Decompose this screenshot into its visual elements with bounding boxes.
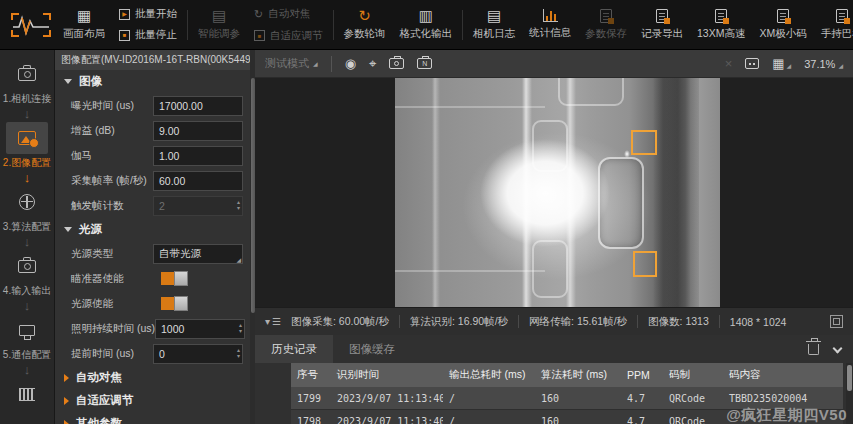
emboss-line: [395, 106, 545, 108]
auto-focus-button: ↻ 自动对焦: [254, 7, 323, 22]
spinner-icons: ▴▾: [237, 345, 240, 363]
trigger-count-input: 2 ▴▾: [153, 196, 243, 216]
step-arrow-icon: ↓: [24, 298, 31, 314]
section-light[interactable]: 光源: [55, 218, 250, 241]
framerate-input[interactable]: 60.00: [153, 171, 243, 191]
stats-chart-icon: [543, 9, 558, 22]
spinner-icons: ▴▾: [239, 320, 242, 338]
camera-log-icon: ▤: [487, 8, 501, 23]
tab-history[interactable]: 历史记录: [255, 335, 333, 363]
batch-stop-button[interactable]: ■ 批量停止: [119, 28, 177, 42]
step-arrow-icon: ↓: [24, 106, 31, 122]
gain-input[interactable]: 9.00: [153, 121, 243, 141]
watermark: @疯狂星期四V50: [726, 406, 847, 424]
preset-handheld-button[interactable]: 手持巴枪: [814, 0, 853, 50]
table-scrollbar[interactable]: [846, 363, 853, 424]
chevron-down-icon: [64, 227, 72, 232]
param-save-icon: [600, 9, 612, 23]
preset-13xm-button[interactable]: 13XM高速: [690, 0, 752, 50]
roi-box-bottom[interactable]: [633, 251, 657, 277]
toolbar-divider: [462, 10, 463, 40]
aimer-enable-toggle[interactable]: [161, 272, 187, 285]
locate-disabled-icon: ×: [725, 57, 733, 70]
sidebar-item-camera-connect[interactable]: 1.相机连接: [3, 58, 51, 106]
record-export-icon: [656, 9, 668, 23]
format-output-button[interactable]: ▥ 格式化输出: [393, 0, 460, 50]
section-adaptive[interactable]: 自适应调节: [55, 389, 250, 412]
dark-band: [653, 78, 699, 307]
status-acquisition: 图像采集: 60.00帧/秒: [291, 315, 389, 329]
smart-tune-icon: ▤: [212, 8, 226, 23]
section-autofocus[interactable]: 自动对焦: [55, 366, 250, 389]
gamma-label: 伽马: [71, 149, 92, 163]
layout-button[interactable]: ▦ 画面布局: [56, 0, 112, 50]
stats-info-button[interactable]: 统计信息: [522, 0, 578, 50]
gamma-input[interactable]: 1.00: [153, 146, 243, 166]
adaptive-adjust-icon: ■: [254, 30, 265, 41]
advance-time-label: 提前时间 (us): [71, 347, 134, 361]
section-image[interactable]: 图像: [55, 70, 250, 93]
sidebar-item-io[interactable]: 4.输入输出: [3, 250, 51, 298]
step-arrow-icon: ↓: [24, 362, 31, 378]
float-window-icon[interactable]: [830, 315, 843, 328]
batch-start-button[interactable]: ▶ 批量开始: [119, 7, 177, 21]
capture-camera-icon[interactable]: [389, 58, 404, 69]
sidebar-item-algorithm-config[interactable]: 3.算法配置: [3, 186, 51, 234]
sidebar-item-comm-config[interactable]: 5.通信配置: [3, 314, 51, 362]
preset-doc-icon: [777, 9, 789, 23]
light-duration-label: 照明持续时间 (us): [71, 322, 155, 336]
batch-group: ▶ 批量开始 ■ 批量停止: [112, 0, 184, 50]
dropdown-corner-icon: ◢: [236, 257, 241, 263]
grid-view-icon[interactable]: ▦: [772, 57, 784, 70]
exposure-input[interactable]: 17000.00: [153, 96, 243, 116]
section-other[interactable]: 其他参数: [55, 412, 250, 424]
image-viewer[interactable]: [255, 78, 853, 307]
io-camera-icon: [18, 260, 36, 273]
gain-label: 增益 (dB): [71, 124, 115, 138]
step-sidebar: 1.相机连接 ↓ 2.图像配置 ↓ 3.算法配置 ↓ 4.输入输出 ↓ 5.通信…: [0, 50, 55, 424]
specular-dot: [624, 150, 630, 158]
table-header-row: 序号 识别时间 输出总耗时 (ms) 算法耗时 (ms) PPM 码制 码内容: [291, 363, 843, 387]
test-mode-dropdown: 测试模式 ◢: [265, 56, 318, 71]
toolbar-divider: [331, 56, 332, 72]
chevron-down-icon[interactable]: [833, 344, 843, 354]
dropdown-corner-icon: ◢: [787, 62, 792, 70]
record-export-button[interactable]: 记录导出: [634, 0, 690, 50]
continuous-capture-icon[interactable]: N: [417, 58, 432, 69]
emboss-shape: [598, 157, 644, 249]
light-type-label: 光源类型: [71, 247, 113, 261]
trigger-count-label: 触发帧计数: [71, 199, 124, 213]
step-arrow-icon: ↓: [24, 234, 31, 250]
mvs-id-app: ▦ 画面布局 ▶ 批量开始 ■ 批量停止 ▤ 智能调参 ↻ 自动对焦 ■: [0, 0, 853, 424]
smart-tune-button: ▤ 智能调参: [191, 0, 247, 50]
roi-box-top[interactable]: [631, 130, 657, 155]
light-duration-input[interactable]: 1000 ▴▾: [155, 319, 245, 339]
light-type-dropdown[interactable]: 自带光源 ◢: [153, 244, 243, 264]
auto-adjust-group: ↻ 自动对焦 ■ 自适应调节: [247, 0, 330, 50]
layout-grid-icon: ▦: [77, 8, 91, 23]
camera-log-button[interactable]: ▤ 相机日志: [466, 0, 522, 50]
toolbar-divider: [333, 10, 334, 40]
light-enable-label: 光源使能: [71, 297, 113, 311]
history-tabs: 历史记录 图像缓存: [255, 335, 853, 363]
algorithm-icon: [19, 194, 35, 210]
record-icon[interactable]: ◉: [345, 57, 356, 70]
toolbar-divider: [187, 10, 188, 40]
trash-icon[interactable]: [808, 344, 819, 355]
zoom-level-control[interactable]: 37.1% ◢: [804, 58, 843, 70]
light-enable-toggle[interactable]: [161, 297, 187, 310]
chevron-down-icon: [64, 79, 72, 84]
sidebar-item-image-config[interactable]: 2.图像配置: [3, 122, 51, 170]
tab-image-cache[interactable]: 图像缓存: [333, 335, 411, 363]
emboss-shape: [532, 240, 568, 298]
image-format-icon[interactable]: [745, 58, 759, 69]
param-polling-button[interactable]: ↻ 参数轮询: [337, 0, 393, 50]
param-save-button: 参数保存: [578, 0, 634, 50]
status-menu-icon[interactable]: ▾☰: [265, 316, 281, 327]
barcode-icon: [19, 388, 35, 401]
advance-time-input[interactable]: 0 ▴▾: [153, 344, 243, 364]
preset-xm-button[interactable]: XM极小码: [752, 0, 813, 50]
top-toolbar: ▦ 画面布局 ▶ 批量开始 ■ 批量停止 ▤ 智能调参 ↻ 自动对焦 ■: [0, 0, 853, 50]
crosshair-locate-icon[interactable]: ⌖: [369, 57, 376, 70]
sidebar-item-barcode[interactable]: [6, 378, 48, 412]
